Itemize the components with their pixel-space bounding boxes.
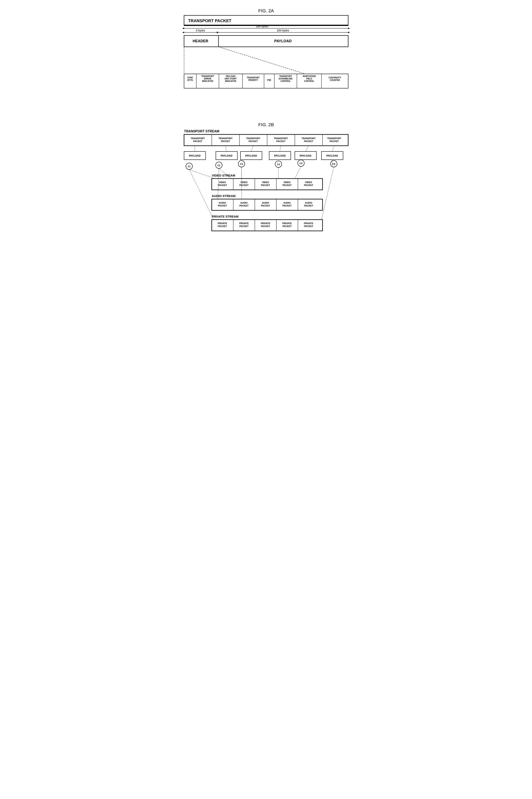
transport-packet-label: TRANSPORT PACKET xyxy=(188,18,231,23)
svg-text:FIELD: FIELD xyxy=(306,78,312,80)
svg-text:VIDEO: VIDEO xyxy=(219,181,226,184)
circle-c3: C3 xyxy=(240,163,243,165)
svg-text:TRANSPORT: TRANSPORT xyxy=(301,137,316,140)
svg-text:SCRAMBLING: SCRAMBLING xyxy=(279,78,292,80)
field-transport-priority: TRANSPORT xyxy=(247,77,259,79)
svg-text:PACKET: PACKET xyxy=(193,140,202,143)
svg-text:PRIVATE: PRIVATE xyxy=(239,222,248,225)
svg-line-95 xyxy=(295,166,301,179)
transport-stream-label: TRANSPORT STREAM xyxy=(184,130,219,133)
svg-text:PACKET: PACKET xyxy=(261,184,270,186)
svg-text:TRANSPORT: TRANSPORT xyxy=(274,137,288,140)
svg-text:TRANSPORT: TRANSPORT xyxy=(327,137,341,140)
svg-text:ERROR: ERROR xyxy=(204,78,211,80)
bytes-184: 184 bytes xyxy=(277,29,289,32)
svg-line-69 xyxy=(332,146,334,151)
circle-c2: C2 xyxy=(217,164,220,167)
svg-text:PACKET: PACKET xyxy=(221,140,230,143)
svg-text:AUDIO: AUDIO xyxy=(262,202,269,204)
svg-line-66 xyxy=(251,146,253,151)
svg-text:PAYLOAD: PAYLOAD xyxy=(221,154,232,157)
field-transport-error: TRANSPORT xyxy=(201,75,214,77)
circle-c6: C6 xyxy=(332,163,335,165)
svg-line-68 xyxy=(305,146,308,151)
field-continuity-counter: CONTINUITY xyxy=(328,77,341,79)
svg-text:PACKET: PACKET xyxy=(218,225,227,227)
svg-text:PACKET: PACKET xyxy=(261,225,270,227)
svg-line-14 xyxy=(218,47,305,74)
svg-text:AUDIO: AUDIO xyxy=(305,202,312,204)
svg-text:PACKET: PACKET xyxy=(218,184,227,186)
svg-line-128 xyxy=(322,167,334,220)
circle-c1: C1 xyxy=(188,165,190,168)
svg-text:PACKET: PACKET xyxy=(239,184,248,186)
svg-text:PACKET: PACKET xyxy=(329,140,339,143)
circle-c5: C5 xyxy=(299,162,302,165)
svg-line-130 xyxy=(189,169,214,220)
svg-text:TRANSPORT: TRANSPORT xyxy=(191,137,205,140)
svg-rect-11 xyxy=(184,36,348,47)
svg-text:PRIVATE: PRIVATE xyxy=(282,222,291,225)
svg-text:COUNTER: COUNTER xyxy=(330,79,340,81)
svg-text:PACKET: PACKET xyxy=(282,225,291,227)
svg-text:PACKET: PACKET xyxy=(282,184,291,186)
video-stream-label: VIDEO STREAM xyxy=(212,174,235,177)
svg-line-67 xyxy=(280,146,281,151)
svg-text:CONTROL: CONTROL xyxy=(281,80,290,82)
field-sync-byte: SYNC xyxy=(187,77,193,79)
svg-text:INDICATOR: INDICATOR xyxy=(225,80,236,82)
svg-text:PACKET: PACKET xyxy=(282,204,291,207)
fig2a-diagram: FIG. 2A TRANSPORT PACKET 188 bytes 4 byt… xyxy=(178,4,354,123)
svg-text:UNIT START: UNIT START xyxy=(225,78,236,80)
header-label: HEADER xyxy=(192,39,208,43)
svg-text:AUDIO: AUDIO xyxy=(240,202,248,204)
svg-text:PRIVATE: PRIVATE xyxy=(304,222,313,225)
svg-marker-3 xyxy=(183,27,184,29)
payload-label: PAYLOAD xyxy=(274,39,291,43)
svg-text:PACKET: PACKET xyxy=(304,184,313,186)
svg-text:PACKET: PACKET xyxy=(248,140,258,143)
svg-text:PRIORITY: PRIORITY xyxy=(248,79,258,81)
svg-line-65 xyxy=(226,146,227,151)
svg-text:PACKET: PACKET xyxy=(261,204,270,207)
svg-rect-34 xyxy=(184,134,348,146)
svg-text:PAYLOAD: PAYLOAD xyxy=(300,154,311,157)
audio-stream-label: AUDIO STREAM xyxy=(212,194,235,198)
svg-text:AUDIO: AUDIO xyxy=(219,202,226,204)
field-transport-scrambling: TRANSPORT xyxy=(279,75,292,77)
svg-marker-6 xyxy=(183,32,184,33)
svg-text:PAYLOAD: PAYLOAD xyxy=(189,154,201,157)
svg-text:PACKET: PACKET xyxy=(304,225,313,227)
circle-c4: C4 xyxy=(277,163,280,166)
svg-text:PAYLOAD: PAYLOAD xyxy=(326,154,338,157)
fig2a-title: FIG. 2A xyxy=(258,8,274,13)
svg-text:PACKET: PACKET xyxy=(239,204,248,207)
field-payload-unit-start: PAYLOAD xyxy=(226,75,235,77)
svg-text:PACKET: PACKET xyxy=(304,204,313,207)
svg-text:VIDEO: VIDEO xyxy=(283,181,290,184)
svg-text:TRANSPORT: TRANSPORT xyxy=(246,137,260,140)
fig2b-diagram: FIG. 2B TRANSPORT STREAM TRANSPORT PACKE… xyxy=(178,119,354,335)
svg-text:PACKET: PACKET xyxy=(239,225,248,227)
svg-text:INDICATOR: INDICATOR xyxy=(202,80,213,82)
svg-text:CONTROL: CONTROL xyxy=(304,80,314,82)
private-stream-label: PRIVATE STREAM xyxy=(212,215,239,218)
svg-text:PAYLOAD: PAYLOAD xyxy=(245,154,257,157)
svg-text:PRIVATE: PRIVATE xyxy=(261,222,270,225)
svg-text:PACKET: PACKET xyxy=(218,204,227,207)
svg-text:AUDIO: AUDIO xyxy=(283,202,291,204)
svg-marker-4 xyxy=(348,27,350,29)
bytes-188: 188 bytes xyxy=(255,25,268,28)
field-pid: PID xyxy=(267,79,271,81)
svg-text:BYTE: BYTE xyxy=(187,79,193,81)
svg-text:PAYLOAD: PAYLOAD xyxy=(274,154,286,157)
svg-text:VIDEO: VIDEO xyxy=(262,181,269,184)
svg-text:PRIVATE: PRIVATE xyxy=(217,222,227,225)
svg-text:TRANSPORT: TRANSPORT xyxy=(218,137,232,140)
field-adaptation-field: ADAPTATION xyxy=(302,75,316,77)
bytes-4: 4 bytes xyxy=(196,29,205,32)
svg-text:PACKET: PACKET xyxy=(304,140,313,143)
svg-text:VIDEO: VIDEO xyxy=(305,181,312,184)
fig2b-title: FIG. 2B xyxy=(258,122,274,127)
svg-text:PACKET: PACKET xyxy=(276,140,285,143)
